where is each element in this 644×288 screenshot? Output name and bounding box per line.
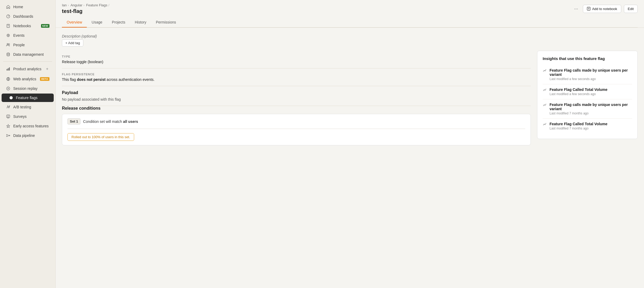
tab-label: Overview (67, 20, 82, 24)
svg-rect-10 (8, 68, 9, 71)
insight-info-0: Feature Flag calls made by unique users … (550, 68, 632, 81)
svg-rect-11 (9, 67, 10, 71)
sidebar-item-label: Events (13, 33, 49, 38)
description-section: Description (optional) + Add tag (62, 34, 638, 47)
sidebar-item-label: Feature flags (16, 96, 49, 100)
sidebar-item-dashboards[interactable]: Dashboards (2, 12, 54, 21)
tab-label: History (135, 20, 146, 24)
insight-item-3[interactable]: Feature Flag Called Total Volume Last mo… (543, 119, 632, 133)
insight-name-3: Feature Flag Called Total Volume (550, 122, 632, 126)
sidebar-item-session-replay[interactable]: Session replay (2, 84, 54, 93)
data-pipeline-icon (6, 133, 11, 138)
set-badge: Set 1 (67, 118, 80, 124)
feature-flags-toggle-icon (6, 96, 13, 100)
sidebar-item-label: A/B testing (13, 105, 49, 109)
title-row: Ian › Angular › Feature Flags / test-fla… (62, 3, 638, 14)
insight-name-2: Feature Flag calls made by unique users … (550, 103, 632, 111)
flag-persistence-bold: does not persist (77, 77, 106, 82)
early-access-icon (6, 124, 11, 128)
insight-info-2: Feature Flag calls made by unique users … (550, 103, 632, 115)
svg-point-8 (7, 53, 10, 54)
type-section: TYPE Release toggle (boolean) (62, 51, 531, 68)
add-to-notebook-button[interactable]: Add to notebook (583, 5, 621, 13)
svg-point-5 (8, 35, 9, 36)
chevron-icon: › (83, 3, 84, 7)
people-icon (6, 43, 11, 47)
flag-persistence-section: FLAG PERSISTENCE This flag does not pers… (62, 68, 531, 86)
sidebar-item-label: People (13, 43, 49, 47)
sidebar-item-feature-flags[interactable]: Feature flags (2, 94, 54, 102)
tab-permissions[interactable]: Permissions (151, 17, 181, 27)
sidebar-item-web-analytics[interactable]: Web analytics BETA (2, 75, 54, 83)
rollout-badge: Rolled out to 100% of users in this set. (67, 133, 134, 141)
breadcrumb-label: Ian (62, 3, 67, 7)
tab-usage[interactable]: Usage (87, 17, 107, 27)
chevron-icon: › (68, 3, 69, 7)
insight-time-2: Last modified 7 months ago (550, 112, 632, 115)
sidebar-item-notebooks[interactable]: Notebooks NEW (2, 21, 54, 30)
sidebar-item-home[interactable]: Home (2, 2, 54, 11)
insight-name-1: Feature Flag Called Total Volume (550, 87, 632, 92)
add-to-notebook-label: Add to notebook (592, 7, 617, 11)
insight-time-1: Last modified a few seconds ago (550, 92, 632, 96)
tab-label: Projects (112, 20, 125, 24)
release-conditions-section: Release conditions Set 1 Condition set w… (62, 106, 531, 145)
insight-info-1: Feature Flag Called Total Volume Last mo… (550, 87, 632, 96)
tab-projects[interactable]: Projects (107, 17, 130, 27)
condition-text-bold: all users (123, 119, 138, 124)
breadcrumb-feature-flags[interactable]: Feature Flags / (86, 3, 110, 7)
svg-marker-14 (8, 88, 9, 89)
breadcrumb-label: Feature Flags (86, 3, 107, 7)
add-tag-button[interactable]: + Add tag (62, 39, 83, 47)
tab-history[interactable]: History (130, 17, 151, 27)
insights-card: Insights that use this feature flag Feat… (537, 51, 638, 139)
page-header: Ian › Angular › Feature Flags / test-fla… (56, 0, 644, 28)
breadcrumb-sep: / (108, 3, 110, 7)
condition-header: Set 1 Condition set will match all users (67, 118, 525, 124)
insight-item-0[interactable]: Feature Flag calls made by unique users … (543, 65, 632, 84)
sidebar-item-early-access[interactable]: Early access features (2, 122, 54, 131)
insights-title: Insights that use this feature flag (543, 56, 632, 61)
home-icon (6, 4, 11, 9)
add-product-analytics-icon[interactable]: + (45, 66, 49, 72)
svg-point-20 (7, 136, 7, 137)
sidebar-item-label: Home (13, 5, 49, 9)
more-button[interactable]: ··· (572, 5, 580, 13)
notebooks-icon (6, 24, 11, 28)
data-management-icon (6, 52, 11, 57)
sidebar-item-data-management[interactable]: Data management (2, 50, 54, 59)
sidebar-item-people[interactable]: People (2, 40, 54, 49)
flag-persistence-text-before: This flag (62, 77, 77, 82)
surveys-icon (6, 114, 11, 119)
session-replay-icon (6, 86, 11, 91)
main-content: Ian › Angular › Feature Flags / test-fla… (56, 0, 644, 288)
sidebar-item-data-pipeline[interactable]: Data pipeline (2, 131, 54, 140)
breadcrumb: Ian › Angular › Feature Flags / (62, 3, 109, 7)
header-actions: ··· Add to notebook Edit (572, 5, 638, 13)
dashboard-icon (6, 14, 11, 19)
sidebar-item-product-analytics[interactable]: Product analytics + (2, 64, 54, 74)
insight-item-1[interactable]: Feature Flag Called Total Volume Last mo… (543, 84, 632, 99)
two-col-layout: TYPE Release toggle (boolean) FLAG PERSI… (62, 51, 638, 145)
breadcrumb-ian[interactable]: Ian › (62, 3, 69, 7)
sidebar-item-surveys[interactable]: Surveys (2, 112, 54, 121)
tab-bar: Overview Usage Projects History Permissi… (62, 17, 638, 27)
sidebar-item-ab-testing[interactable]: A/B testing (2, 103, 54, 112)
sidebar-item-events[interactable]: Events (2, 31, 54, 40)
insight-chart-icon-0 (543, 68, 547, 74)
page-title: test-flag (62, 8, 109, 14)
sidebar-item-label: Data management (13, 52, 49, 57)
tab-overview[interactable]: Overview (62, 17, 87, 27)
main-column: TYPE Release toggle (boolean) FLAG PERSI… (62, 51, 531, 145)
svg-point-7 (9, 44, 10, 45)
sidebar-item-label: Surveys (13, 114, 49, 119)
svg-rect-22 (587, 7, 590, 10)
insight-chart-icon-2 (543, 103, 547, 108)
sidebar-item-label: Product analytics (13, 67, 42, 71)
insight-item-2[interactable]: Feature Flag calls made by unique users … (543, 99, 632, 119)
breadcrumb-angular[interactable]: Angular › (70, 3, 84, 7)
release-conditions-title: Release conditions (62, 106, 531, 111)
description-label: Description (optional) (62, 34, 638, 38)
edit-button[interactable]: Edit (624, 5, 638, 13)
insight-info-3: Feature Flag Called Total Volume Last mo… (550, 122, 632, 130)
